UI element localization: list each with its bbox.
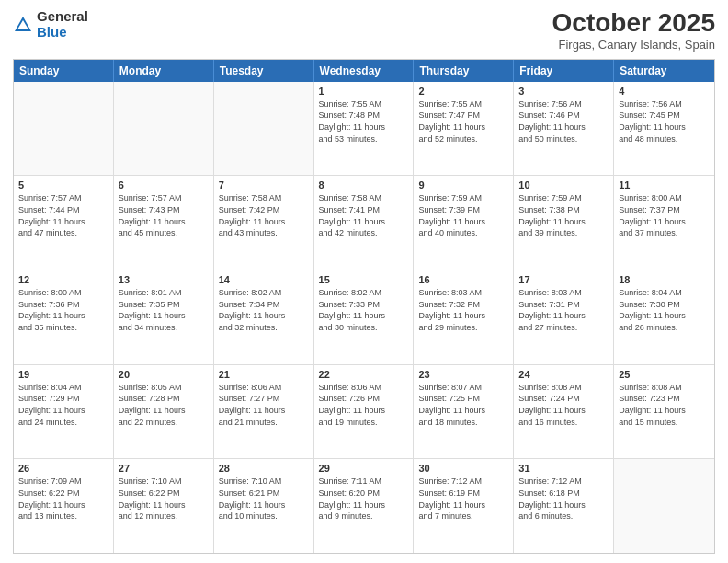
cell-info: Sunrise: 8:08 AM Sunset: 7:24 PM Dayligh…: [518, 382, 609, 428]
calendar-body: 1Sunrise: 7:55 AM Sunset: 7:48 PM Daylig…: [14, 82, 714, 553]
calendar-day-2[interactable]: 2Sunrise: 7:55 AM Sunset: 7:47 PM Daylig…: [414, 82, 514, 176]
calendar-empty-cell: [214, 82, 314, 176]
calendar-day-15[interactable]: 15Sunrise: 8:02 AM Sunset: 7:33 PM Dayli…: [314, 270, 415, 364]
calendar-day-12[interactable]: 12Sunrise: 8:00 AM Sunset: 7:36 PM Dayli…: [14, 270, 114, 364]
logo: General Blue: [13, 9, 88, 40]
day-number: 21: [219, 369, 309, 380]
day-number: 12: [18, 274, 108, 285]
calendar-day-10[interactable]: 10Sunrise: 7:59 AM Sunset: 7:38 PM Dayli…: [514, 176, 614, 270]
calendar-day-7[interactable]: 7Sunrise: 7:58 AM Sunset: 7:42 PM Daylig…: [214, 176, 314, 270]
calendar-row-0: 1Sunrise: 7:55 AM Sunset: 7:48 PM Daylig…: [14, 82, 714, 177]
calendar-day-19[interactable]: 19Sunrise: 8:04 AM Sunset: 7:29 PM Dayli…: [14, 365, 114, 459]
calendar-row-4: 26Sunrise: 7:09 AM Sunset: 6:22 PM Dayli…: [14, 459, 714, 553]
calendar: SundayMondayTuesdayWednesdayThursdayFrid…: [13, 59, 715, 554]
day-number: 23: [418, 369, 508, 380]
calendar-day-22[interactable]: 22Sunrise: 8:06 AM Sunset: 7:26 PM Dayli…: [314, 365, 415, 459]
day-number: 22: [319, 369, 409, 380]
cell-info: Sunrise: 8:02 AM Sunset: 7:34 PM Dayligh…: [219, 287, 309, 333]
logo-icon: [13, 15, 33, 35]
calendar-day-4[interactable]: 4Sunrise: 7:56 AM Sunset: 7:45 PM Daylig…: [614, 82, 714, 176]
calendar-row-3: 19Sunrise: 8:04 AM Sunset: 7:29 PM Dayli…: [14, 365, 714, 460]
calendar-day-28[interactable]: 28Sunrise: 7:10 AM Sunset: 6:21 PM Dayli…: [214, 459, 314, 553]
day-number: 11: [619, 179, 710, 190]
cell-info: Sunrise: 8:06 AM Sunset: 7:27 PM Dayligh…: [219, 382, 309, 428]
header-day-wednesday: Wednesday: [314, 60, 415, 82]
calendar-day-18[interactable]: 18Sunrise: 8:04 AM Sunset: 7:30 PM Dayli…: [614, 270, 714, 364]
cell-info: Sunrise: 7:10 AM Sunset: 6:21 PM Dayligh…: [219, 476, 309, 522]
header-day-sunday: Sunday: [14, 60, 114, 82]
day-number: 8: [319, 179, 409, 190]
header-day-tuesday: Tuesday: [214, 60, 314, 82]
cell-info: Sunrise: 7:58 AM Sunset: 7:42 PM Dayligh…: [219, 192, 309, 238]
calendar-day-14[interactable]: 14Sunrise: 8:02 AM Sunset: 7:34 PM Dayli…: [214, 270, 314, 364]
calendar-day-6[interactable]: 6Sunrise: 7:57 AM Sunset: 7:43 PM Daylig…: [114, 176, 214, 270]
calendar-day-1[interactable]: 1Sunrise: 7:55 AM Sunset: 7:48 PM Daylig…: [314, 82, 415, 176]
month-title: October 2025: [552, 9, 715, 38]
cell-info: Sunrise: 7:59 AM Sunset: 7:39 PM Dayligh…: [418, 192, 508, 238]
calendar-day-3[interactable]: 3Sunrise: 7:56 AM Sunset: 7:46 PM Daylig…: [514, 82, 614, 176]
day-number: 7: [219, 179, 309, 190]
day-number: 27: [119, 463, 209, 474]
calendar-day-31[interactable]: 31Sunrise: 7:12 AM Sunset: 6:18 PM Dayli…: [514, 459, 614, 553]
cell-info: Sunrise: 7:56 AM Sunset: 7:46 PM Dayligh…: [518, 98, 609, 144]
cell-info: Sunrise: 7:12 AM Sunset: 6:19 PM Dayligh…: [418, 476, 508, 522]
logo-blue: Blue: [37, 24, 67, 40]
header-day-friday: Friday: [514, 60, 614, 82]
day-number: 31: [518, 463, 609, 474]
day-number: 2: [418, 86, 508, 97]
calendar-day-23[interactable]: 23Sunrise: 8:07 AM Sunset: 7:25 PM Dayli…: [414, 365, 514, 459]
day-number: 3: [518, 86, 609, 97]
day-number: 10: [518, 179, 609, 190]
calendar-day-21[interactable]: 21Sunrise: 8:06 AM Sunset: 7:27 PM Dayli…: [214, 365, 314, 459]
header-day-saturday: Saturday: [614, 60, 714, 82]
calendar-day-9[interactable]: 9Sunrise: 7:59 AM Sunset: 7:39 PM Daylig…: [414, 176, 514, 270]
calendar-empty-cell: [114, 82, 214, 176]
day-number: 1: [319, 86, 409, 97]
cell-info: Sunrise: 7:55 AM Sunset: 7:47 PM Dayligh…: [418, 98, 508, 144]
day-number: 30: [418, 463, 508, 474]
cell-info: Sunrise: 8:04 AM Sunset: 7:29 PM Dayligh…: [18, 382, 108, 428]
cell-info: Sunrise: 8:04 AM Sunset: 7:30 PM Dayligh…: [619, 287, 710, 333]
day-number: 4: [619, 86, 710, 97]
calendar-day-29[interactable]: 29Sunrise: 7:11 AM Sunset: 6:20 PM Dayli…: [314, 459, 415, 553]
day-number: 15: [319, 274, 409, 285]
cell-info: Sunrise: 8:07 AM Sunset: 7:25 PM Dayligh…: [418, 382, 508, 428]
cell-info: Sunrise: 7:55 AM Sunset: 7:48 PM Dayligh…: [319, 98, 409, 144]
cell-info: Sunrise: 8:06 AM Sunset: 7:26 PM Dayligh…: [319, 382, 409, 428]
header: General Blue October 2025 Firgas, Canary…: [13, 9, 715, 52]
calendar-day-13[interactable]: 13Sunrise: 8:01 AM Sunset: 7:35 PM Dayli…: [114, 270, 214, 364]
day-number: 24: [518, 369, 609, 380]
day-number: 14: [219, 274, 309, 285]
calendar-day-17[interactable]: 17Sunrise: 8:03 AM Sunset: 7:31 PM Dayli…: [514, 270, 614, 364]
cell-info: Sunrise: 8:00 AM Sunset: 7:36 PM Dayligh…: [18, 287, 108, 333]
calendar-day-20[interactable]: 20Sunrise: 8:05 AM Sunset: 7:28 PM Dayli…: [114, 365, 214, 459]
location: Firgas, Canary Islands, Spain: [552, 38, 715, 52]
calendar-day-5[interactable]: 5Sunrise: 7:57 AM Sunset: 7:44 PM Daylig…: [14, 176, 114, 270]
calendar-day-30[interactable]: 30Sunrise: 7:12 AM Sunset: 6:19 PM Dayli…: [414, 459, 514, 553]
calendar-day-26[interactable]: 26Sunrise: 7:09 AM Sunset: 6:22 PM Dayli…: [14, 459, 114, 553]
calendar-row-2: 12Sunrise: 8:00 AM Sunset: 7:36 PM Dayli…: [14, 270, 714, 365]
calendar-header: SundayMondayTuesdayWednesdayThursdayFrid…: [14, 60, 714, 82]
cell-info: Sunrise: 7:12 AM Sunset: 6:18 PM Dayligh…: [518, 476, 609, 522]
cell-info: Sunrise: 7:56 AM Sunset: 7:45 PM Dayligh…: [619, 98, 710, 144]
cell-info: Sunrise: 8:01 AM Sunset: 7:35 PM Dayligh…: [119, 287, 209, 333]
day-number: 17: [518, 274, 609, 285]
calendar-day-8[interactable]: 8Sunrise: 7:58 AM Sunset: 7:41 PM Daylig…: [314, 176, 415, 270]
calendar-day-25[interactable]: 25Sunrise: 8:08 AM Sunset: 7:23 PM Dayli…: [614, 365, 714, 459]
calendar-day-11[interactable]: 11Sunrise: 8:00 AM Sunset: 7:37 PM Dayli…: [614, 176, 714, 270]
calendar-day-24[interactable]: 24Sunrise: 8:08 AM Sunset: 7:24 PM Dayli…: [514, 365, 614, 459]
cell-info: Sunrise: 7:57 AM Sunset: 7:43 PM Dayligh…: [119, 192, 209, 238]
day-number: 19: [18, 369, 108, 380]
day-number: 16: [418, 274, 508, 285]
day-number: 6: [119, 179, 209, 190]
cell-info: Sunrise: 7:11 AM Sunset: 6:20 PM Dayligh…: [319, 476, 409, 522]
calendar-empty-cell: [614, 459, 714, 553]
calendar-day-16[interactable]: 16Sunrise: 8:03 AM Sunset: 7:32 PM Dayli…: [414, 270, 514, 364]
day-number: 13: [119, 274, 209, 285]
day-number: 9: [418, 179, 508, 190]
day-number: 25: [619, 369, 710, 380]
day-number: 26: [18, 463, 108, 474]
calendar-day-27[interactable]: 27Sunrise: 7:10 AM Sunset: 6:22 PM Dayli…: [114, 459, 214, 553]
day-number: 5: [18, 179, 108, 190]
calendar-empty-cell: [14, 82, 114, 176]
